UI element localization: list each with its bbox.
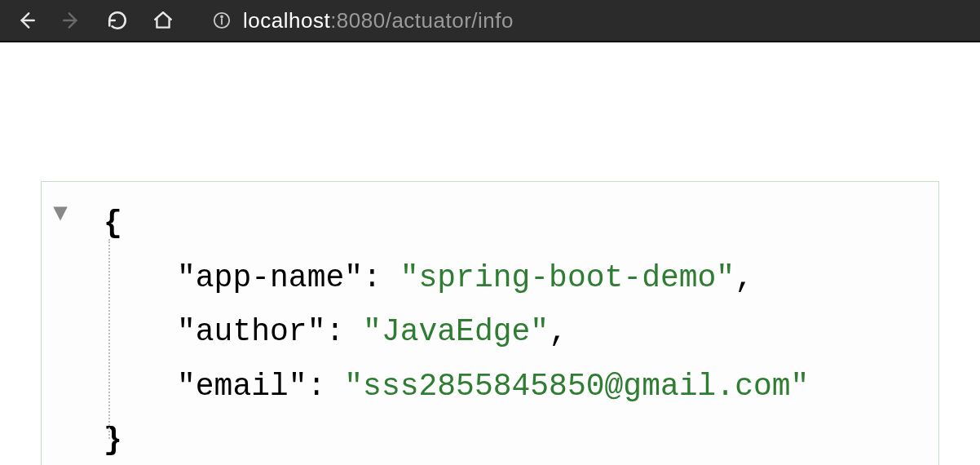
reload-button[interactable]: [106, 9, 129, 32]
collapse-toggle-icon[interactable]: ▼: [53, 202, 68, 226]
forward-button[interactable]: [60, 9, 83, 32]
json-key: author: [196, 314, 307, 349]
open-brace: {: [55, 197, 922, 251]
json-key: email: [196, 369, 289, 404]
json-key: app-name: [196, 260, 344, 295]
site-info-icon[interactable]: [212, 11, 232, 30]
address-bar[interactable]: localhost:8080/actuator/info: [212, 8, 965, 33]
url-text: localhost:8080/actuator/info: [243, 8, 514, 33]
home-button[interactable]: [152, 9, 174, 32]
svg-point-4: [221, 16, 223, 18]
json-viewer: ▼ { "app-name": "spring-boot-demo", "aut…: [41, 181, 939, 465]
back-button[interactable]: [15, 9, 38, 32]
json-entry: "email": "sss2855845850@gmail.com": [55, 360, 922, 414]
json-value: spring-boot-demo: [418, 260, 716, 295]
url-host: localhost: [243, 8, 330, 33]
json-value: JavaEdge: [382, 314, 530, 349]
indent-guide: [108, 239, 110, 439]
json-entry: "app-name": "spring-boot-demo",: [55, 251, 922, 306]
content-area: ▼ { "app-name": "spring-boot-demo", "aut…: [0, 42, 980, 465]
url-path: :8080/actuator/info: [330, 8, 514, 33]
browser-toolbar: localhost:8080/actuator/info: [0, 0, 980, 42]
json-value: sss2855845850@gmail.com: [363, 369, 791, 404]
close-brace: }: [55, 414, 922, 465]
json-entry: "author": "JavaEdge",: [55, 305, 922, 360]
